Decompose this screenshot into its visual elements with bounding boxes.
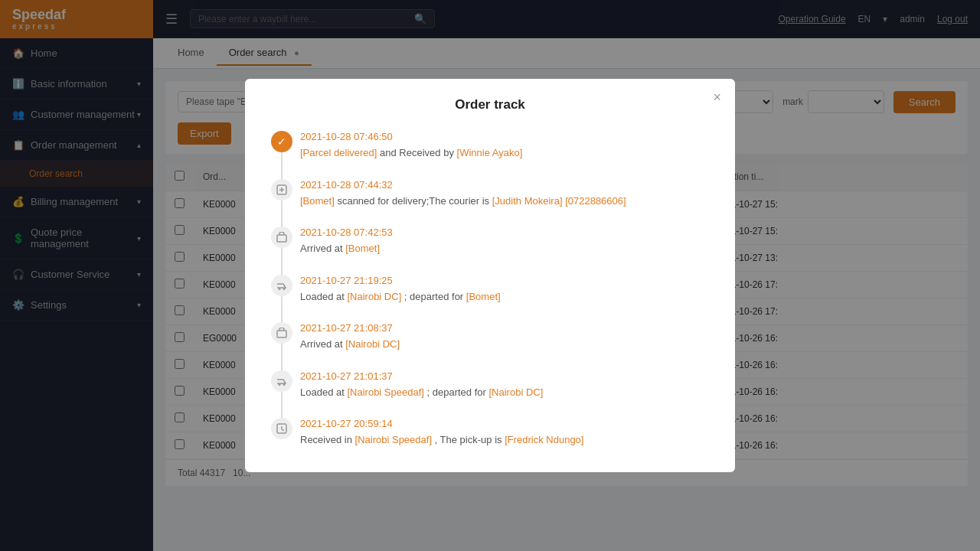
timeline-event: 2021-10-27 21:01:37 Loaded at [Nairobi S… (300, 370, 710, 400)
svg-rect-4 (277, 331, 286, 337)
event-description: [Parcel delivered] and Received by [Winn… (300, 145, 710, 161)
timeline-icon-arrived (271, 227, 292, 248)
highlight-text: [Nairobi DC] (488, 386, 543, 398)
event-date: 2021-10-27 20:59:14 (300, 418, 710, 429)
event-date: 2021-10-28 07:46:50 (300, 131, 710, 142)
plain-text: ; departed for (401, 291, 466, 302)
event-date: 2021-10-27 21:01:37 (300, 370, 710, 382)
plain-text: Arrived at (300, 243, 345, 254)
timeline-connector (281, 296, 283, 323)
highlight-text: [Parcel delivered] (300, 147, 377, 158)
timeline-icon-arrived (271, 322, 292, 344)
highlight-text: [Winnie Ayako] (457, 147, 523, 158)
highlight-text: [Judith Mokeira] (492, 195, 563, 207)
modal-title: Order track (270, 97, 710, 112)
highlight-text: [Nairobi DC] (347, 291, 401, 302)
svg-point-2 (279, 288, 281, 290)
timeline-connector (281, 152, 283, 179)
event-description: Received in [Nairobi Speedaf] , The pick… (300, 432, 710, 448)
svg-point-6 (283, 383, 286, 386)
plain-text: Loaded at (300, 291, 347, 302)
timeline-event: ✓ 2021-10-28 07:46:50 [Parcel delivered]… (300, 131, 710, 161)
plain-text: , The pick-up is (432, 434, 505, 445)
plain-text: ; departed for (424, 386, 489, 398)
event-description: [Bomet] scanned for delivery;The courier… (300, 194, 710, 209)
highlight-text: [Nairobi Speedaf] (355, 434, 432, 445)
timeline-icon-delivered: ✓ (271, 131, 292, 152)
plain-text: Received in (300, 434, 355, 445)
timeline-icon-loaded (271, 370, 292, 392)
timeline-connector (281, 344, 283, 370)
timeline-icon-received (271, 418, 292, 439)
highlight-text: [Nairobi DC] (345, 338, 400, 350)
timeline-event: 2021-10-27 21:08:37 Arrived at [Nairobi … (300, 322, 710, 352)
timeline-event: 2021-10-27 21:19:25 Loaded at [Nairobi D… (300, 275, 710, 305)
plain-text: and Received by (377, 147, 456, 158)
svg-point-3 (283, 288, 286, 290)
plain-text: Loaded at (300, 386, 347, 398)
plain-text: scanned for delivery;The courier is (335, 195, 492, 207)
highlight-text: [0722886606] (565, 195, 626, 207)
event-date: 2021-10-28 07:44:32 (300, 179, 710, 191)
order-timeline: ✓ 2021-10-28 07:46:50 [Parcel delivered]… (270, 131, 710, 448)
event-date: 2021-10-27 21:08:37 (300, 322, 710, 334)
order-track-modal: × Order track ✓ 2021-10-28 07:46:50 [Par… (245, 79, 735, 472)
highlight-text: [Fredrick Ndungo] (505, 434, 583, 445)
timeline-icon-scanned (271, 179, 292, 201)
modal-close-button[interactable]: × (713, 90, 721, 106)
event-date: 2021-10-27 21:19:25 (300, 275, 710, 286)
plain-text: Arrived at (300, 338, 345, 350)
highlight-text: [Bomet] (345, 243, 380, 254)
timeline-connector (281, 392, 283, 419)
highlight-text: [Bomet] (466, 291, 501, 302)
timeline-event: 2021-10-28 07:42:53 Arrived at [Bomet] (300, 227, 710, 256)
event-date: 2021-10-28 07:42:53 (300, 227, 710, 238)
event-description: Loaded at [Nairobi DC] ; departed for [B… (300, 289, 710, 305)
timeline-connector (281, 248, 283, 275)
timeline-event: 2021-10-27 20:59:14 Received in [Nairobi… (300, 418, 710, 448)
event-description: Loaded at [Nairobi Speedaf] ; departed f… (300, 385, 710, 400)
svg-point-5 (279, 383, 281, 386)
timeline-icon-loaded (271, 275, 292, 296)
modal-overlay[interactable]: × Order track ✓ 2021-10-28 07:46:50 [Par… (0, 0, 980, 551)
highlight-text: [Nairobi Speedaf] (347, 386, 423, 398)
event-description: Arrived at [Nairobi DC] (300, 337, 710, 352)
highlight-text: [Bomet] (300, 195, 335, 207)
timeline-connector (281, 201, 283, 227)
event-description: Arrived at [Bomet] (300, 241, 710, 256)
svg-rect-1 (277, 235, 286, 242)
timeline-event: 2021-10-28 07:44:32 [Bomet] scanned for … (300, 179, 710, 209)
